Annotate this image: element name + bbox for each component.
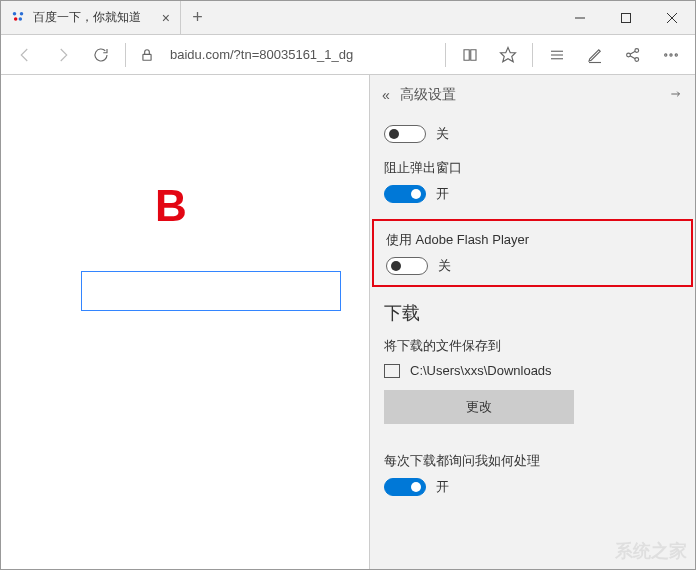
svg-line-17 — [630, 51, 635, 54]
svg-point-0 — [13, 12, 17, 15]
folder-icon — [384, 364, 400, 378]
close-button[interactable] — [649, 1, 695, 34]
favorite-button[interactable] — [490, 37, 526, 73]
panel-header: « 高级设置 — [370, 75, 695, 115]
flash-highlight: 使用 Adobe Flash Player 关 — [372, 219, 693, 287]
download-path-label: 将下载的文件保存到 — [384, 337, 681, 355]
flash-label: 使用 Adobe Flash Player — [386, 231, 679, 249]
svg-point-19 — [665, 53, 667, 55]
toggle-unknown[interactable] — [384, 125, 426, 143]
panel-body: 关 阻止弹出窗口 开 使用 Adobe Flash Player 关 下载 将下… — [370, 115, 695, 569]
svg-point-2 — [14, 17, 17, 21]
hub-button[interactable] — [539, 37, 575, 73]
svg-point-20 — [670, 53, 672, 55]
svg-point-21 — [675, 53, 677, 55]
panel-back-icon[interactable]: « — [382, 87, 390, 103]
address-bar[interactable]: baidu.com/?tn=80035161_1_dg — [164, 47, 439, 62]
svg-marker-9 — [501, 47, 516, 61]
svg-rect-5 — [622, 13, 631, 22]
refresh-button[interactable] — [83, 37, 119, 73]
download-path: C:\Users\xxs\Downloads — [410, 363, 552, 378]
tab-title: 百度一下，你就知道 — [33, 9, 154, 26]
browser-tab[interactable]: 百度一下，你就知道 × — [1, 1, 181, 34]
toggle-ask-each[interactable] — [384, 478, 426, 496]
svg-point-15 — [635, 48, 639, 52]
reading-view-button[interactable] — [452, 37, 488, 73]
toggle-state: 开 — [436, 478, 449, 496]
svg-line-18 — [630, 55, 635, 58]
toggle-state: 开 — [436, 185, 449, 203]
share-button[interactable] — [615, 37, 651, 73]
panel-title: 高级设置 — [400, 86, 659, 104]
toggle-state: 关 — [436, 125, 449, 143]
download-path-row: C:\Users\xxs\Downloads — [384, 363, 681, 378]
search-input[interactable] — [81, 271, 341, 311]
title-bar: 百度一下，你就知道 × + — [1, 1, 695, 35]
advanced-settings-panel: « 高级设置 关 阻止弹出窗口 开 使用 Adobe Fl — [369, 75, 695, 569]
svg-point-1 — [20, 12, 24, 15]
ask-each-label: 每次下载都询问我如何处理 — [384, 452, 681, 470]
url-text: baidu.com/?tn=80035161_1_dg — [170, 47, 353, 62]
lock-icon[interactable] — [132, 48, 162, 62]
page-content: B « 高级设置 关 阻止弹出窗口 开 — [1, 75, 695, 569]
download-section-title: 下载 — [384, 301, 681, 325]
notes-button[interactable] — [577, 37, 613, 73]
baidu-logo: B — [155, 181, 185, 231]
back-button[interactable] — [7, 37, 43, 73]
more-button[interactable] — [653, 37, 689, 73]
svg-point-3 — [19, 17, 22, 21]
toggle-state: 关 — [438, 257, 451, 275]
maximize-button[interactable] — [603, 1, 649, 34]
forward-button[interactable] — [45, 37, 81, 73]
window-controls — [557, 1, 695, 34]
baidu-favicon-icon — [11, 9, 25, 26]
block-popup-label: 阻止弹出窗口 — [384, 159, 681, 177]
new-tab-button[interactable]: + — [181, 1, 215, 34]
svg-point-16 — [635, 57, 639, 61]
change-button[interactable]: 更改 — [384, 390, 574, 424]
toggle-block-popup[interactable] — [384, 185, 426, 203]
pin-icon[interactable] — [669, 87, 683, 104]
toolbar: baidu.com/?tn=80035161_1_dg — [1, 35, 695, 75]
svg-rect-8 — [143, 54, 151, 60]
tab-close-icon[interactable]: × — [162, 10, 170, 26]
toggle-flash[interactable] — [386, 257, 428, 275]
minimize-button[interactable] — [557, 1, 603, 34]
svg-point-14 — [627, 53, 631, 57]
